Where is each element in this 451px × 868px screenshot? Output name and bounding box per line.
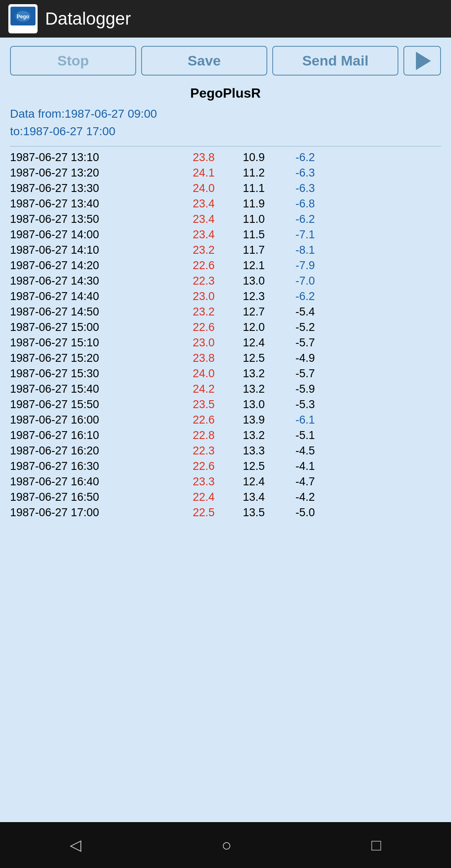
cell-val1: 24.1 — [165, 167, 215, 179]
table-row: 1987-06-27 13:5023.411.0-6.2 — [10, 212, 441, 227]
cell-val3: -5.9 — [265, 383, 315, 396]
cell-val3: -7.9 — [265, 259, 315, 272]
cell-val2: 11.5 — [215, 228, 265, 241]
cell-val2: 13.0 — [215, 398, 265, 411]
cell-val3: -6.3 — [265, 182, 315, 195]
cell-val2: 12.5 — [215, 352, 265, 365]
cell-val2: 13.3 — [215, 444, 265, 457]
cell-val2: 12.5 — [215, 460, 265, 473]
cell-val3: -4.7 — [265, 475, 315, 488]
cell-val3: -4.2 — [265, 491, 315, 504]
cell-val2: 12.7 — [215, 305, 265, 318]
svg-text:Pego: Pego — [17, 14, 29, 20]
send-mail-button[interactable]: Send Mail — [272, 46, 398, 76]
cell-datetime: 1987-06-27 14:00 — [10, 228, 165, 241]
cell-val1: 23.8 — [165, 352, 215, 365]
logo-inner: Pego — [10, 7, 35, 25]
table-row: 1987-06-27 16:2022.313.3-4.5 — [10, 443, 441, 459]
cell-datetime: 1987-06-27 13:10 — [10, 151, 165, 164]
nav-home-button[interactable] — [205, 832, 248, 859]
cell-val3: -6.8 — [265, 197, 315, 210]
cell-val3: -4.9 — [265, 352, 315, 365]
cell-val1: 22.3 — [165, 444, 215, 457]
cell-datetime: 1987-06-27 16:20 — [10, 444, 165, 457]
cell-val1: 23.2 — [165, 244, 215, 257]
save-button[interactable]: Save — [141, 46, 267, 76]
play-button[interactable] — [403, 46, 441, 76]
cell-val3: -8.1 — [265, 244, 315, 257]
cell-val2: 12.0 — [215, 321, 265, 334]
cell-datetime: 1987-06-27 16:00 — [10, 414, 165, 426]
cell-val1: 22.4 — [165, 491, 215, 504]
app-logo: Pego DATALOGGER — [8, 4, 38, 33]
table-row: 1987-06-27 15:0022.612.0-5.2 — [10, 320, 441, 335]
cell-val3: -5.1 — [265, 429, 315, 442]
cell-datetime: 1987-06-27 15:30 — [10, 367, 165, 380]
cell-val1: 23.8 — [165, 151, 215, 164]
cell-val3: -5.0 — [265, 506, 315, 519]
cell-val2: 11.0 — [215, 213, 265, 226]
cell-val2: 12.3 — [215, 290, 265, 303]
cell-val2: 10.9 — [215, 151, 265, 164]
nav-recent-button[interactable] — [355, 832, 398, 858]
table-row: 1987-06-27 16:0022.613.9-6.1 — [10, 412, 441, 428]
cell-datetime: 1987-06-27 14:20 — [10, 259, 165, 272]
table-row: 1987-06-27 16:5022.413.4-4.2 — [10, 490, 441, 505]
cell-val1: 22.6 — [165, 414, 215, 426]
cell-val1: 22.6 — [165, 460, 215, 473]
cell-val2: 12.4 — [215, 336, 265, 349]
cell-val3: -6.3 — [265, 167, 315, 179]
cell-val1: 23.4 — [165, 197, 215, 210]
cell-datetime: 1987-06-27 16:30 — [10, 460, 165, 473]
cell-val2: 13.9 — [215, 414, 265, 426]
bottom-nav — [0, 822, 451, 868]
cell-val3: -7.0 — [265, 275, 315, 288]
cell-val2: 11.7 — [215, 244, 265, 257]
cell-datetime: 1987-06-27 15:50 — [10, 398, 165, 411]
table-row: 1987-06-27 14:1023.211.7-8.1 — [10, 242, 441, 258]
device-name: PegoPlusR — [10, 86, 441, 101]
cell-datetime: 1987-06-27 15:10 — [10, 336, 165, 349]
table-row: 1987-06-27 17:0022.513.5-5.0 — [10, 505, 441, 520]
cell-val3: -6.1 — [265, 414, 315, 426]
table-row: 1987-06-27 14:5023.212.7-5.4 — [10, 304, 441, 320]
cell-val1: 23.0 — [165, 336, 215, 349]
table-row: 1987-06-27 13:3024.011.1-6.3 — [10, 181, 441, 196]
cell-val1: 23.4 — [165, 213, 215, 226]
table-row: 1987-06-27 13:4023.411.9-6.8 — [10, 196, 441, 212]
cell-val2: 11.2 — [215, 167, 265, 179]
table-row: 1987-06-27 15:5023.513.0-5.3 — [10, 397, 441, 412]
table-row: 1987-06-27 14:4023.012.3-6.2 — [10, 289, 441, 304]
table-row: 1987-06-27 14:0023.411.5-7.1 — [10, 227, 441, 242]
cell-datetime: 1987-06-27 16:40 — [10, 475, 165, 488]
cell-val2: 11.9 — [215, 197, 265, 210]
cell-val1: 22.6 — [165, 321, 215, 334]
table-row: 1987-06-27 15:1023.012.4-5.7 — [10, 335, 441, 351]
table-row: 1987-06-27 15:2023.812.5-4.9 — [10, 351, 441, 366]
cell-datetime: 1987-06-27 15:40 — [10, 383, 165, 396]
table-row: 1987-06-27 15:4024.213.2-5.9 — [10, 381, 441, 397]
cell-val1: 23.0 — [165, 290, 215, 303]
stop-button[interactable]: Stop — [10, 46, 136, 76]
cell-datetime: 1987-06-27 17:00 — [10, 506, 165, 519]
cell-datetime: 1987-06-27 14:50 — [10, 305, 165, 318]
cell-val2: 11.1 — [215, 182, 265, 195]
main-content: Stop Save Send Mail PegoPlusR Data from:… — [0, 38, 451, 822]
cell-val3: -5.3 — [265, 398, 315, 411]
table-row: 1987-06-27 14:3022.313.0-7.0 — [10, 273, 441, 289]
cell-val1: 23.2 — [165, 305, 215, 318]
cell-val1: 24.0 — [165, 182, 215, 195]
cell-val2: 13.2 — [215, 429, 265, 442]
cell-datetime: 1987-06-27 14:40 — [10, 290, 165, 303]
nav-back-button[interactable] — [53, 832, 98, 858]
data-table: 1987-06-27 13:1023.810.9-6.21987-06-27 1… — [10, 150, 441, 818]
cell-val3: -5.7 — [265, 336, 315, 349]
cell-val2: 13.5 — [215, 506, 265, 519]
cell-val2: 13.0 — [215, 275, 265, 288]
cell-val2: 12.1 — [215, 259, 265, 272]
play-icon — [416, 52, 431, 70]
logo-subtext: DATALOGGER — [8, 26, 38, 31]
table-row: 1987-06-27 13:2024.111.2-6.3 — [10, 165, 441, 181]
cell-val2: 12.4 — [215, 475, 265, 488]
cell-val1: 22.8 — [165, 429, 215, 442]
